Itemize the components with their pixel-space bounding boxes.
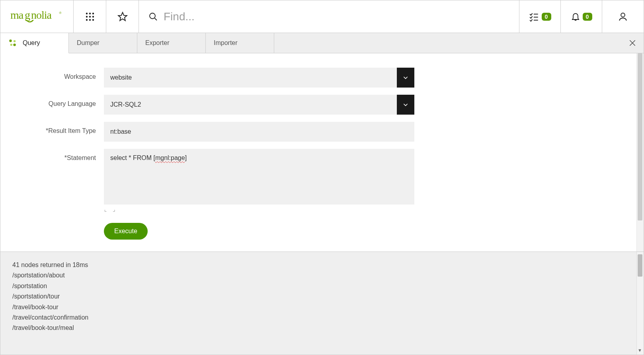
user-icon	[618, 12, 628, 22]
result-row: /sportstation/tour	[12, 291, 632, 302]
result-row: /sportstation	[12, 281, 632, 291]
notifications-button[interactable]: 0	[561, 0, 602, 33]
results-panel: 41 nodes returned in 18ms /sportstation/…	[0, 252, 644, 355]
svg-point-10	[86, 19, 87, 20]
svg-point-19	[621, 13, 625, 17]
svg-text:ma: ma	[10, 10, 24, 21]
result-row: /sportstation/about	[12, 270, 632, 281]
tab-exporter[interactable]: Exporter	[137, 33, 206, 53]
svg-point-9	[92, 16, 94, 17]
svg-point-8	[89, 16, 90, 17]
language-dropdown-toggle[interactable]	[397, 95, 414, 115]
chevron-down-icon	[402, 101, 409, 108]
workspace-label: Workspace	[0, 68, 104, 80]
tab-label: Importer	[214, 39, 238, 47]
results-summary: 41 nodes returned in 18ms	[12, 260, 632, 270]
svg-text:nolia: nolia	[31, 10, 52, 21]
language-select[interactable]	[104, 95, 397, 115]
tasks-badge: 0	[542, 13, 551, 21]
scroll-down-arrow-icon[interactable]: ▼	[638, 347, 642, 354]
statement-suffix: ]	[185, 154, 187, 161]
bell-icon	[571, 12, 580, 21]
search-icon	[148, 12, 158, 21]
query-form: Workspace Query Language	[0, 53, 644, 252]
result-row: /travel/book-tour/meal	[12, 323, 632, 333]
svg-point-14	[150, 13, 155, 19]
svg-marker-13	[118, 12, 127, 21]
user-menu[interactable]	[602, 0, 644, 33]
workspace-dropdown-toggle[interactable]	[397, 68, 414, 88]
apps-grid-icon	[86, 12, 94, 21]
form-scrollbar-thumb[interactable]	[638, 53, 642, 220]
svg-point-23	[13, 43, 16, 46]
svg-point-7	[86, 16, 87, 17]
execute-button[interactable]: Execute	[104, 223, 148, 240]
statement-input[interactable]: select * FROM [mgnl:page]	[104, 149, 414, 205]
star-icon	[117, 12, 128, 22]
tab-label: Exporter	[145, 39, 169, 47]
notifications-badge: 0	[583, 13, 592, 21]
results-scrollbar-track[interactable]: ▼	[636, 252, 644, 355]
result-type-label: *Result Item Type	[0, 122, 104, 135]
tab-query[interactable]: Query	[0, 33, 69, 53]
svg-point-12	[92, 19, 94, 20]
app-header: ma g nolia ®	[0, 0, 644, 33]
svg-text:g: g	[25, 10, 30, 21]
svg-point-5	[89, 12, 90, 14]
statement-underlined: mgnl:page	[155, 154, 185, 161]
favorites-button[interactable]	[106, 0, 139, 33]
statement-prefix: select * FROM [	[110, 154, 155, 161]
svg-point-6	[92, 12, 94, 14]
chevron-down-icon	[402, 74, 409, 81]
result-row: /travel/contact/confirmation	[12, 312, 632, 323]
tab-dumper[interactable]: Dumper	[69, 33, 137, 53]
svg-point-20	[9, 39, 12, 42]
search-input[interactable]	[164, 10, 509, 23]
tab-label: Dumper	[77, 39, 100, 47]
tasks-button[interactable]: 0	[519, 0, 561, 33]
result-row: /travel/book-tour	[12, 302, 632, 312]
statement-label: *Statement	[0, 149, 104, 162]
logo[interactable]: ma g nolia ®	[0, 0, 74, 33]
workspace-select[interactable]	[104, 68, 397, 88]
form-scrollbar-track[interactable]	[636, 53, 644, 252]
svg-line-15	[155, 18, 157, 20]
tasks-icon	[529, 12, 539, 22]
result-type-input[interactable]	[104, 122, 414, 142]
content-area: Workspace Query Language	[0, 53, 644, 355]
language-label: Query Language	[0, 95, 104, 107]
close-icon[interactable]	[628, 39, 636, 47]
tab-importer[interactable]: Importer	[206, 33, 274, 53]
expand-icon[interactable]: ⌞ ⌟	[104, 206, 644, 213]
svg-point-22	[10, 44, 12, 46]
svg-point-4	[86, 12, 87, 14]
svg-point-21	[14, 40, 16, 43]
results-scrollbar-thumb[interactable]	[638, 254, 642, 277]
search-bar[interactable]	[139, 0, 519, 33]
tab-bar: Query Dumper Exporter Importer	[0, 33, 644, 53]
svg-text:®: ®	[59, 11, 62, 15]
app-launcher-button[interactable]	[74, 0, 106, 33]
svg-point-11	[89, 19, 90, 20]
query-tool-icon	[8, 39, 17, 47]
tab-label: Query	[23, 39, 40, 47]
